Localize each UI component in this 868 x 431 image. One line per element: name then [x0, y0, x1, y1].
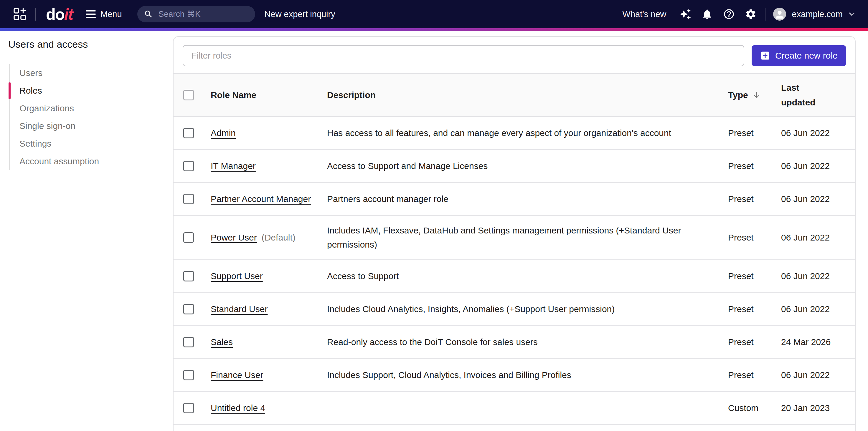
notifications-button[interactable]: [701, 8, 713, 20]
logo-text-do: do: [46, 5, 64, 23]
active-indicator: [8, 118, 10, 134]
row-checkbox[interactable]: [183, 232, 194, 243]
table-row: Support User Access to Support Preset 06…: [174, 260, 855, 293]
sidebar-item-label: Single sign-on: [20, 121, 75, 131]
sidebar-item-label: Settings: [20, 139, 51, 149]
role-last-updated: 06 Jun 2022: [781, 128, 845, 138]
role-type: Custom: [728, 403, 781, 413]
global-search[interactable]: [137, 6, 255, 22]
table-row: Power User (Default) Includes IAM, Flexs…: [174, 216, 855, 260]
sidebar-item[interactable]: Settings: [10, 135, 173, 153]
role-description: [327, 400, 728, 416]
row-checkbox[interactable]: [183, 194, 194, 204]
role-name-link[interactable]: Sales: [211, 337, 233, 347]
row-checkbox[interactable]: [183, 128, 194, 138]
role-name-link[interactable]: Finance User: [211, 370, 263, 380]
search-input[interactable]: [158, 9, 241, 19]
ai-assistant-button[interactable]: [679, 8, 691, 20]
table-row: Standard User Includes Cloud Analytics, …: [174, 293, 855, 326]
role-name-link[interactable]: Partner Account Manager: [211, 194, 311, 204]
next-row-stub: [174, 425, 855, 431]
roles-card: Create new role Role Name Description Ty…: [173, 36, 856, 431]
sidebar-item-label: Organizations: [20, 103, 74, 113]
menu-icon: [86, 10, 96, 18]
navbar-left-group: doit Menu New expert inquiry: [13, 6, 335, 22]
role-name-link[interactable]: Power User: [211, 233, 257, 242]
table-body: Admin Has access to all features, and ca…: [174, 117, 855, 425]
sidebar-item-label: Account assumption: [20, 156, 99, 166]
table-row: IT Manager Access to Support and Manage …: [174, 150, 855, 183]
sidebar-item[interactable]: Account assumption: [10, 153, 173, 170]
role-last-updated: 06 Jun 2022: [781, 194, 845, 204]
account-name: example.com: [792, 9, 843, 19]
help-button[interactable]: [723, 8, 735, 20]
chevron-down-icon: [847, 10, 856, 19]
role-type: Preset: [728, 194, 781, 204]
role-description: Access to Support: [327, 261, 728, 291]
menu-label: Menu: [100, 9, 122, 19]
row-checkbox[interactable]: [183, 403, 194, 413]
row-checkbox[interactable]: [183, 370, 194, 380]
account-menu[interactable]: example.com: [773, 8, 856, 21]
row-checkbox[interactable]: [183, 304, 194, 314]
role-last-updated: 20 Jan 2023: [781, 403, 845, 413]
role-last-updated: 06 Jun 2022: [781, 271, 845, 281]
create-new-role-button[interactable]: Create new role: [752, 45, 846, 66]
active-indicator: [8, 65, 10, 81]
row-checkbox[interactable]: [183, 271, 194, 281]
row-checkbox[interactable]: [183, 337, 194, 347]
navbar-icon-buttons: [679, 8, 756, 20]
table-row: Admin Has access to all features, and ca…: [174, 117, 855, 150]
role-name-link[interactable]: Untitled role 4: [211, 403, 265, 413]
role-name-link[interactable]: Standard User: [211, 304, 268, 314]
select-all-checkbox[interactable]: [183, 90, 194, 100]
sidebar-item[interactable]: Organizations: [10, 100, 173, 117]
role-description: Partners account manager role: [327, 184, 728, 214]
sort-desc-icon: [752, 91, 761, 100]
navbar-divider: [765, 8, 766, 21]
table-row: Partner Account Manager Partners account…: [174, 183, 855, 216]
role-name-link[interactable]: Support User: [211, 271, 263, 281]
role-name-link[interactable]: IT Manager: [211, 161, 256, 171]
active-indicator: [8, 82, 10, 99]
gear-icon: [745, 8, 756, 20]
sidebar-item[interactable]: Single sign-on: [10, 117, 173, 135]
role-last-updated: 06 Jun 2022: [781, 161, 845, 171]
apps-launcher-button[interactable]: [13, 7, 27, 21]
settings-button[interactable]: [745, 8, 756, 20]
menu-button[interactable]: Menu: [86, 9, 122, 19]
role-name-link[interactable]: Admin: [211, 128, 236, 138]
new-expert-inquiry-link[interactable]: New expert inquiry: [265, 9, 335, 19]
role-description: Includes Support, Cloud Analytics, Invoi…: [327, 360, 728, 390]
role-type: Preset: [728, 128, 781, 138]
active-indicator: [8, 100, 10, 117]
column-header-type[interactable]: Type: [728, 90, 781, 100]
role-type: Preset: [728, 233, 781, 242]
navbar-gradient-border: [0, 28, 868, 31]
apps-icon: [13, 7, 27, 21]
role-last-updated: 24 Mar 2026: [781, 337, 845, 347]
role-description: Read-only access to the DoiT Console for…: [327, 327, 728, 357]
avatar: [773, 8, 786, 21]
sidebar-nav: Users Roles Organizations Single sign-on…: [9, 64, 173, 170]
table-row: Untitled role 4 Custom 20 Jan 2023: [174, 392, 855, 425]
role-last-updated: 06 Jun 2022: [781, 304, 845, 314]
role-default-suffix: (Default): [261, 233, 296, 242]
sidebar-item[interactable]: Users: [10, 64, 173, 82]
type-header-label: Type: [728, 90, 748, 100]
top-navbar: doit Menu New expert inquiry What's new: [0, 0, 868, 28]
role-type: Preset: [728, 304, 781, 314]
navbar-divider: [35, 8, 36, 21]
whats-new-link[interactable]: What's new: [623, 9, 666, 19]
sidebar-item-label: Users: [20, 68, 42, 78]
column-header-role-name: Role Name: [211, 90, 327, 100]
sidebar-item[interactable]: Roles: [10, 82, 173, 100]
sparkle-icon: [679, 8, 691, 20]
filter-roles-input[interactable]: [183, 45, 744, 66]
row-checkbox[interactable]: [183, 161, 194, 171]
role-description: Access to Support and Manage Licenses: [327, 151, 728, 181]
role-type: Preset: [728, 337, 781, 347]
role-description: Includes Cloud Analytics, Insights, Anom…: [327, 294, 728, 324]
doit-logo[interactable]: doit: [46, 6, 73, 22]
bell-icon: [701, 8, 713, 20]
